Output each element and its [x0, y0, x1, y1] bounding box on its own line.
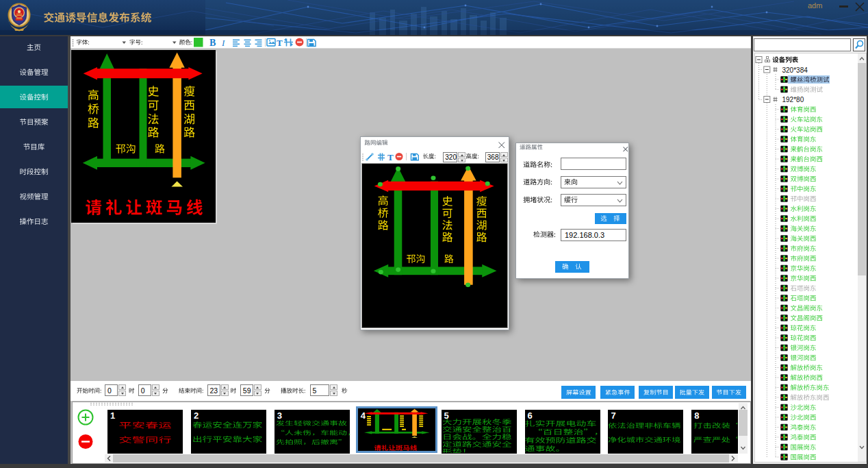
svg-text:T: T — [387, 152, 394, 162]
svg-text:I: I — [221, 38, 225, 48]
svg-text:B: B — [209, 38, 216, 48]
svg-text:T: T — [277, 38, 283, 48]
